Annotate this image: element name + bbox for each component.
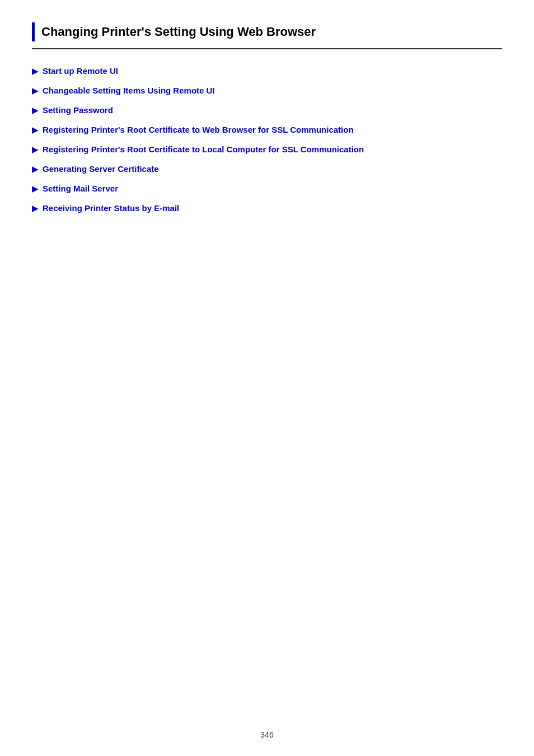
list-item: ▶Generating Server Certificate bbox=[32, 164, 502, 174]
page-number: 346 bbox=[260, 730, 273, 739]
nav-link-receiving-printer-status[interactable]: Receiving Printer Status by E-mail bbox=[43, 203, 179, 213]
arrow-icon: ▶ bbox=[32, 204, 38, 213]
page-container: Changing Printer's Setting Using Web Bro… bbox=[21, 0, 513, 719]
nav-list: ▶Start up Remote UI▶Changeable Setting I… bbox=[32, 66, 502, 213]
page-footer: 346 bbox=[0, 719, 534, 756]
page-title: Changing Printer's Setting Using Web Bro… bbox=[41, 22, 316, 41]
nav-link-start-up-remote-ui[interactable]: Start up Remote UI bbox=[43, 66, 118, 76]
arrow-icon: ▶ bbox=[32, 184, 38, 193]
list-item: ▶Changeable Setting Items Using Remote U… bbox=[32, 86, 502, 95]
list-item: ▶Registering Printer's Root Certificate … bbox=[32, 125, 502, 134]
nav-link-generating-server-certificate[interactable]: Generating Server Certificate bbox=[43, 164, 159, 174]
arrow-icon: ▶ bbox=[32, 145, 38, 154]
arrow-icon: ▶ bbox=[32, 67, 38, 76]
arrow-icon: ▶ bbox=[32, 165, 38, 174]
arrow-icon: ▶ bbox=[32, 125, 38, 134]
header-accent-bar bbox=[32, 22, 35, 41]
arrow-icon: ▶ bbox=[32, 86, 38, 95]
list-item: ▶Receiving Printer Status by E-mail bbox=[32, 203, 502, 213]
nav-link-setting-password[interactable]: Setting Password bbox=[43, 105, 113, 115]
nav-link-registering-root-cert-local[interactable]: Registering Printer's Root Certificate t… bbox=[43, 144, 364, 154]
list-item: ▶Start up Remote UI bbox=[32, 66, 502, 76]
nav-link-registering-root-cert-web[interactable]: Registering Printer's Root Certificate t… bbox=[43, 125, 354, 134]
list-item: ▶Registering Printer's Root Certificate … bbox=[32, 144, 502, 154]
list-item: ▶Setting Mail Server bbox=[32, 184, 502, 193]
page-header: Changing Printer's Setting Using Web Bro… bbox=[32, 22, 502, 49]
arrow-icon: ▶ bbox=[32, 106, 38, 115]
nav-link-setting-mail-server[interactable]: Setting Mail Server bbox=[43, 184, 118, 193]
list-item: ▶Setting Password bbox=[32, 105, 502, 115]
nav-link-changeable-setting-items[interactable]: Changeable Setting Items Using Remote UI bbox=[43, 86, 215, 95]
